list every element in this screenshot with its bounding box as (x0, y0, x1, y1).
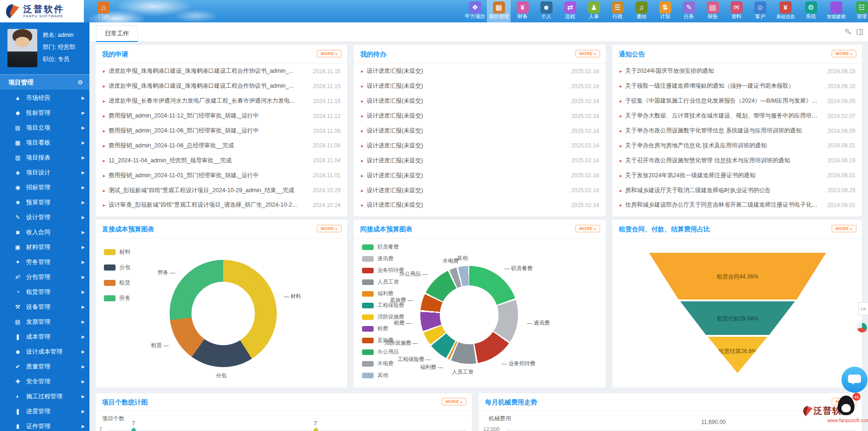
nav-item-report[interactable]: ▤ 报告 (701, 0, 724, 22)
panel-title[interactable]: 间接成本预算图表 (360, 225, 412, 234)
list-item[interactable]: ▸ 设计进度汇报(未提交) 2025.02.14 (354, 139, 606, 153)
panel-title[interactable]: 直接成本预算图表 (102, 225, 154, 234)
nav-item-manage[interactable]: ☷ 管理 (850, 0, 868, 22)
list-item[interactable]: ▸ 设计进度汇报(未提交) 2025.02.14 (354, 198, 606, 212)
data-point-marker[interactable] (131, 427, 137, 431)
legend-item[interactable]: 分包 (104, 264, 130, 271)
panel-title[interactable]: 项目个数统计图 (102, 398, 148, 407)
sidebar-item-bidding[interactable]: ◆ 投标管理 ▶ (0, 105, 89, 120)
ca-dock-button[interactable]: CA (858, 302, 868, 315)
sidebar-item-quality[interactable]: ✔ 质量管理 ▶ (0, 359, 89, 374)
sidebar-item-income-contract[interactable]: ◙ 收入合同 ▶ (0, 225, 89, 240)
list-item[interactable]: ▸ 费用报销_admin_2024-11-06_总经理审批__完成 2024.1… (96, 139, 347, 153)
list-item[interactable]: ▸ 测试_彭祖新城"四馆"景观工程设计项目_2024-10-29_admin_结… (96, 183, 347, 197)
list-item[interactable]: ▸ 关于举办大数据、云计算技术在城市建设、规划、管理与服务中的应用培训班... … (612, 109, 862, 123)
nav-item-notification[interactable]: ♫ 通知 (629, 0, 653, 22)
sidebar-item-certificate[interactable]: ▮ 证件管理 ▶ (0, 419, 89, 431)
more-button[interactable]: MORE ▸ (317, 225, 342, 232)
more-button[interactable]: MORE ▸ (442, 398, 466, 405)
more-button[interactable]: MORE ▸ (575, 50, 600, 57)
list-item[interactable]: ▸ 房和城乡建设厅关于取消二级建造师临时执业证书的公告 2023.08.29 (612, 183, 862, 197)
chat-bubble-icon[interactable] (841, 367, 868, 393)
qq-icon[interactable] (838, 396, 854, 415)
nav-item-project-management[interactable]: ▦ 项目管理 (487, 0, 511, 22)
nav-item-owner-project[interactable]: ❖ 甲方项目 (463, 0, 487, 22)
list-item[interactable]: ▸ 进度款申报_珠海鹤港口建设_珠海鹤港口建设工程合作协议书_admin_...… (96, 79, 347, 93)
sidebar-item-design[interactable]: ✎ 设计管理 ▶ (0, 210, 89, 225)
sidebar-item-subcontract[interactable]: x² 分包管理 ▶ (0, 270, 89, 285)
nav-item-document[interactable]: ✉ 资料 (724, 0, 748, 22)
indirect-cost-donut-chart[interactable]: 职员餐费 通讯费 业务招待费 人员工资 福利费 工程保险费 消防设施费 税费 差… (354, 239, 606, 388)
list-item[interactable]: ▸ 设计进度汇报(未提交) 2025.02.14 (354, 124, 606, 138)
list-item[interactable]: ▸ 住房和城乡建设部办公厅关于同意吉林省开展二级建造师注册证书电子化试点... … (612, 198, 862, 212)
list-item[interactable]: ▸ 设计进度汇报(未提交) 2025.02.14 (354, 153, 606, 167)
sidebar-item-equipment[interactable]: ⚒ 设备管理 ▶ (0, 299, 89, 314)
list-item[interactable]: ▸ 于征集《中国建筑施工行业信息化发展报告（2024）—BIM应用与发展》材料.… (612, 94, 862, 108)
sidebar-item-construction-process[interactable]: ◐ 施工过程管理 ▶ (0, 389, 89, 404)
legend-item[interactable]: 通讯费 (362, 255, 404, 262)
list-item[interactable]: ▸ 费用报销_admin_2024-11-12_部门经理审批_胡建,_运行中 2… (96, 109, 347, 123)
legend-item[interactable]: 税费 (362, 325, 404, 332)
list-item[interactable]: ▸ 关于领取一级注册建造师增项贴的通知（须持一建证书前来领取） 2024.06.… (612, 79, 862, 93)
sidebar-item-project-report[interactable]: ▥ 项目报表 ▶ (0, 150, 89, 165)
list-item[interactable]: ▸ 关于举办市政公用设施数字化管理信息 系统建设与应用培训班的通知 2024.0… (612, 124, 862, 138)
list-item[interactable]: ▸ 进度款申报_长春市伊通河水力发电厂改建工程_长春市伊通河水力发电... 20… (96, 94, 347, 108)
panel-title[interactable]: 每月机械费用走势 (485, 398, 537, 407)
list-item[interactable]: ▸ 设计进度汇报(未提交) 2025.02.14 (354, 168, 606, 182)
list-item[interactable]: ▸ 设计进度汇报(未提交) 2025.02.14 (354, 94, 606, 108)
sidebar-item-project-initiation[interactable]: ▤ 项目立项 ▶ (0, 120, 89, 135)
tab-daily-work[interactable]: 日常工作 (96, 25, 138, 42)
sidebar-item-project-design[interactable]: ◈ 项目设计 ▶ (0, 165, 89, 180)
legend-item[interactable]: 业务招待费 (362, 267, 404, 274)
nav-item-portal[interactable]: ⌂ 门户 (91, 0, 116, 22)
dock-circle-icon[interactable] (856, 322, 868, 334)
more-button[interactable]: MORE ▸ (575, 225, 600, 232)
legend-item[interactable]: 租赁 (104, 279, 130, 287)
legend-item[interactable]: 劳务 (104, 294, 130, 302)
panel-title[interactable]: 通知公告 (619, 50, 645, 59)
list-item[interactable]: ▸ 设计进度汇报(未提交) 2025.02.14 (354, 183, 606, 197)
list-item[interactable]: ▸ 关于举办住房与房地产信息化 技术及应用培训班的通知 2024.06.01 (612, 139, 862, 153)
list-item[interactable]: ▸ 设计进度汇报(未提交) 2025.02.14 (354, 64, 606, 78)
sidebar-item-lease[interactable]: ◔ 租赁管理 ▶ (0, 285, 89, 299)
key-icon[interactable] (845, 28, 852, 35)
funnel-stage-lease-contract[interactable]: 租赁合同44.36% (649, 253, 826, 299)
nav-item-plan[interactable]: ⇅ 计划 (653, 0, 677, 22)
sidebar-item-cost[interactable]: ❚ 成本管理 ▶ (0, 329, 89, 344)
legend-item[interactable]: 其他 (362, 372, 404, 379)
sidebar-item-budget[interactable]: ■ 预算管理 ▶ (0, 195, 89, 210)
sidebar-item-labor[interactable]: ✦ 劳务管理 ▶ (0, 255, 89, 270)
list-item[interactable]: ▸ 关于2024年国庆节放假安排的通知 2024.06.15 (612, 64, 862, 78)
sidebar-section-project-management[interactable]: 项目管理 ⚙ (0, 75, 89, 90)
legend-item[interactable]: 材料 (104, 248, 130, 256)
list-item[interactable]: ▸ 费用报销_admin_2024-11-01_部门经理审批_胡建,_运行中 2… (96, 168, 347, 182)
list-item[interactable]: ▸ 设计进度汇报(未提交) 2025.02.14 (354, 109, 606, 123)
nav-item-administration[interactable]: ☰ 行政 (606, 0, 629, 22)
funnel-stage-lease-payment[interactable]: 租赁付款29.04% (680, 301, 795, 335)
nav-item-base-info[interactable]: ¥ 基础信息 (772, 0, 799, 22)
gear-icon[interactable]: ⚙ (77, 75, 83, 90)
list-item[interactable]: ▸ 11_2024-11-04_admin_经营部_领导审批__完成 2024.… (96, 153, 347, 167)
panel-title[interactable]: 我的申请 (102, 50, 128, 59)
list-item[interactable]: ▸ 关于召开市政公用设施智慧化管理 信息技术与应用培训班的通知 2024.06.… (612, 153, 862, 167)
avatar[interactable] (7, 29, 37, 67)
sidebar-item-design-cost[interactable]: ◆ 设计成本管理 ▶ (0, 344, 89, 359)
project-count-chart[interactable]: 项目个数 7 77 (96, 411, 472, 431)
funnel-stage-lease-settlement[interactable]: 租赁结算26.6% (708, 337, 767, 373)
nav-item-finance[interactable]: ¥ 财务 (511, 0, 534, 22)
lease-funnel-chart[interactable]: 租赁合同44.36% 租赁付款29.04% 租赁结算26.6% (612, 239, 862, 388)
nav-item-task[interactable]: ✎ 任务 (677, 0, 701, 22)
more-button[interactable]: MORE ▸ (317, 50, 342, 57)
list-item[interactable]: ▸ 设计审查_彭祖新城"四馆"景观工程设计项目_请选择_胡广生_2024-10-… (96, 198, 347, 212)
more-button[interactable]: MORE ▸ (832, 50, 856, 57)
more-button[interactable]: MORE ▸ (832, 225, 856, 232)
list-item[interactable]: ▸ 进度款申报_珠海鹤港口建设_珠海鹤港口建设工程合作协议书_admin_...… (96, 64, 347, 78)
nav-item-personal[interactable]: ☻ 个人 (534, 0, 558, 22)
legend-item[interactable]: 办公用品 (362, 348, 404, 355)
sidebar-item-tender[interactable]: ◉ 招标管理 ▶ (0, 180, 89, 195)
sidebar-item-invoice[interactable]: ▤ 发票管理 ▶ (0, 314, 89, 329)
direct-cost-donut-chart[interactable]: 材料 分包 租赁 劳务— 材料分包租赁 —劳务 — (96, 239, 347, 388)
panel-title[interactable]: 租赁合同、付款、结算费用占比 (619, 225, 710, 234)
legend-item[interactable]: 人员工资 (362, 278, 404, 285)
sidebar-item-project-board[interactable]: ▦ 项目看板 ▶ (0, 135, 89, 150)
